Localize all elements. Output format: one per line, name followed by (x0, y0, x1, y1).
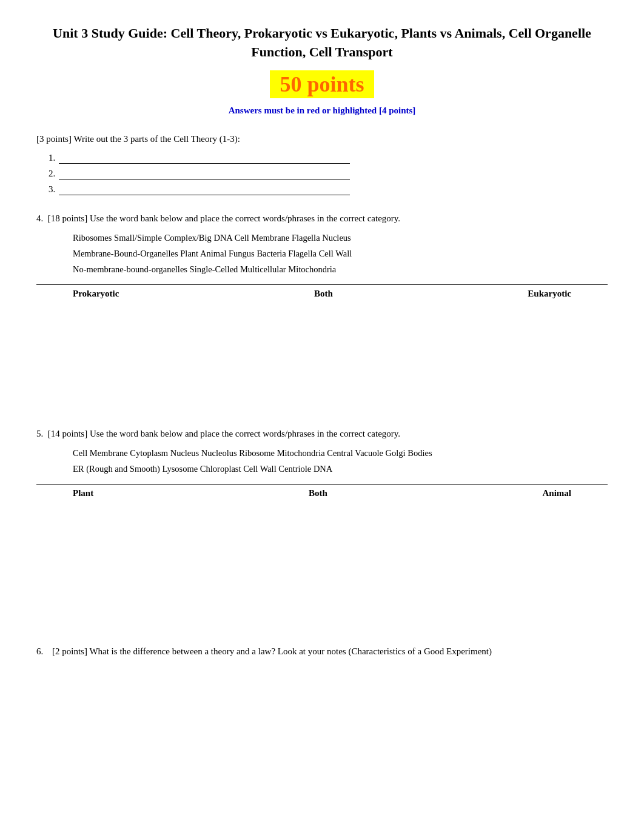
category-animal: Animal (542, 488, 571, 498)
category-both-4: Both (314, 289, 333, 299)
category-headers-5: Plant Both Animal (36, 484, 608, 498)
question-4-section: 4. [18 points] Use the word bank below a… (36, 213, 608, 411)
question-1-section: [3 points] Write out the 3 parts of the … (36, 134, 608, 195)
category-answer-area-5[interactable] (36, 501, 608, 622)
answer-line-2[interactable] (59, 169, 350, 179)
question-6-number: 6. (36, 646, 47, 657)
list-item-3: 3. (49, 184, 608, 195)
word-bank-5: Cell Membrane Cytoplasm Nucleus Nucleolu… (36, 445, 608, 477)
points-badge: 50 points (270, 70, 374, 98)
word-bank-line-1: Ribosomes Small/Simple Complex/Big DNA C… (73, 230, 608, 246)
question-4-label: 4. [18 points] Use the word bank below a… (36, 213, 608, 224)
category-answer-area-4[interactable] (36, 301, 608, 411)
word-bank-line-2: Membrane-Bound-Organelles Plant Animal F… (73, 246, 608, 261)
page-title: Unit 3 Study Guide: Cell Theory, Prokary… (36, 24, 608, 62)
category-both-5: Both (309, 488, 327, 498)
question-6-text: 6. [2 points] What is the difference bet… (36, 646, 608, 657)
list-item-2: 2. (49, 169, 608, 179)
category-prokaryotic: Prokaryotic (73, 289, 119, 299)
question-6-body: [2 points] What is the difference betwee… (52, 646, 492, 657)
word-bank-line-3: No-membrane-bound-organelles Single-Cell… (73, 261, 608, 277)
word-bank-5-line-2: ER (Rough and Smooth) Lysosome Chloropla… (73, 461, 608, 477)
question-5-section: 5. [14 points] Use the word bank below a… (36, 429, 608, 622)
word-bank-4: Ribosomes Small/Simple Complex/Big DNA C… (36, 230, 608, 277)
question-1-label: [3 points] Write out the 3 parts of the … (36, 134, 608, 144)
word-bank-5-line-1: Cell Membrane Cytoplasm Nucleus Nucleolu… (73, 445, 608, 461)
category-headers-4: Prokaryotic Both Eukaryotic (36, 284, 608, 299)
question-6-section: 6. [2 points] What is the difference bet… (36, 646, 608, 657)
question-5-label: 5. [14 points] Use the word bank below a… (36, 429, 608, 439)
answer-line-3[interactable] (59, 184, 350, 195)
answer-line-1[interactable] (59, 153, 350, 164)
cell-theory-list: 1. 2. 3. (36, 153, 608, 195)
answers-instruction: Answers must be in red or highlighted [4… (36, 106, 608, 116)
category-plant: Plant (73, 488, 93, 498)
list-item-1: 1. (49, 153, 608, 164)
category-eukaryotic: Eukaryotic (528, 289, 571, 299)
